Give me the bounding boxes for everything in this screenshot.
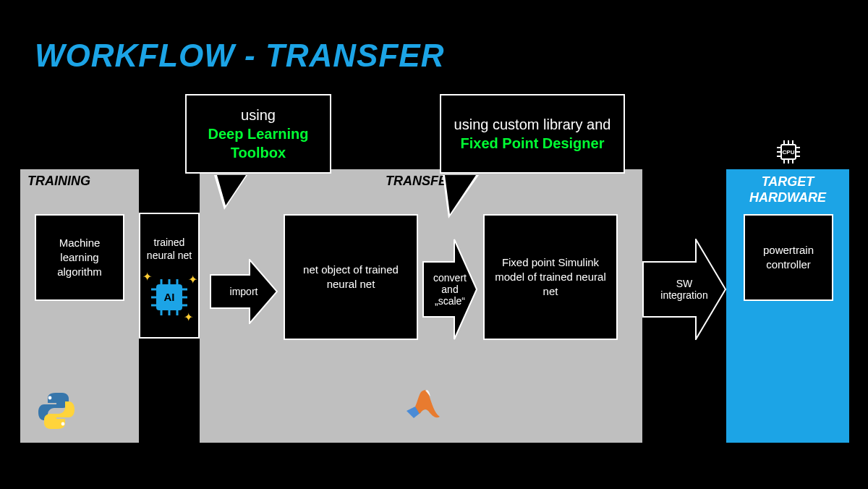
node-label: Machine learning algorithm (39, 236, 120, 279)
node-label: powertrain controller (748, 243, 829, 272)
callout-highlight: Fixed Point Designer (461, 135, 605, 151)
arrow-sw-integration: SW integration (642, 239, 726, 340)
phase-label-transfer: TRANSFER (200, 174, 642, 189)
node-label: Fixed point Simulink model of trained ne… (488, 255, 613, 299)
svg-text:CPU: CPU (783, 149, 795, 156)
matlab-logo-icon (405, 388, 441, 424)
node-net-object: net object of trained neural net (284, 214, 418, 340)
arrow-label: convert and „scale“ (428, 272, 472, 307)
svg-point-18 (61, 422, 65, 426)
callout-tail (217, 175, 246, 205)
slide-title: WORKFLOW - TRANSFER (35, 38, 444, 74)
phase-label-target: TARGET HARDWARE (726, 174, 849, 205)
node-ml-algorithm: Machine learning algorithm (35, 214, 124, 301)
python-logo-icon (36, 391, 77, 431)
callout-text: using (241, 107, 276, 123)
node-trained-neural-net: trained neural net AI ✦ ✦ ✦ (139, 213, 200, 339)
sparkle-icon: ✦ (184, 311, 193, 324)
slide-canvas: WORKFLOW - TRANSFER TRAINING TRANSFER TA… (0, 0, 868, 489)
node-powertrain-controller: powertrain controller (744, 214, 833, 301)
callout-text: using custom library and (454, 116, 611, 132)
callout-highlight: Deep Learning Toolbox (208, 126, 309, 161)
arrow-import: import (210, 259, 278, 324)
ai-chip-icon: AI ✦ ✦ ✦ (148, 276, 190, 318)
sparkle-icon: ✦ (142, 271, 152, 284)
cpu-chip-icon: CPU (775, 139, 801, 165)
node-label: net object of trained neural net (288, 263, 414, 292)
phase-label-training: TRAINING (27, 174, 90, 189)
callout-tail (445, 175, 476, 214)
phase-panel-target: TARGET HARDWARE (726, 169, 849, 443)
node-label: trained neural net (140, 236, 198, 262)
arrow-label: SW integration (655, 278, 714, 301)
svg-text:AI: AI (164, 291, 175, 303)
arrow-convert-scale: convert and „scale“ (422, 239, 477, 340)
node-fixed-point-model: Fixed point Simulink model of trained ne… (483, 214, 618, 340)
svg-point-17 (48, 396, 52, 400)
callout-deep-learning-toolbox: using Deep Learning Toolbox (185, 94, 331, 174)
arrow-label: import (229, 286, 260, 297)
sparkle-icon: ✦ (188, 273, 197, 286)
callout-fixed-point-designer: using custom library and Fixed Point Des… (440, 94, 625, 174)
